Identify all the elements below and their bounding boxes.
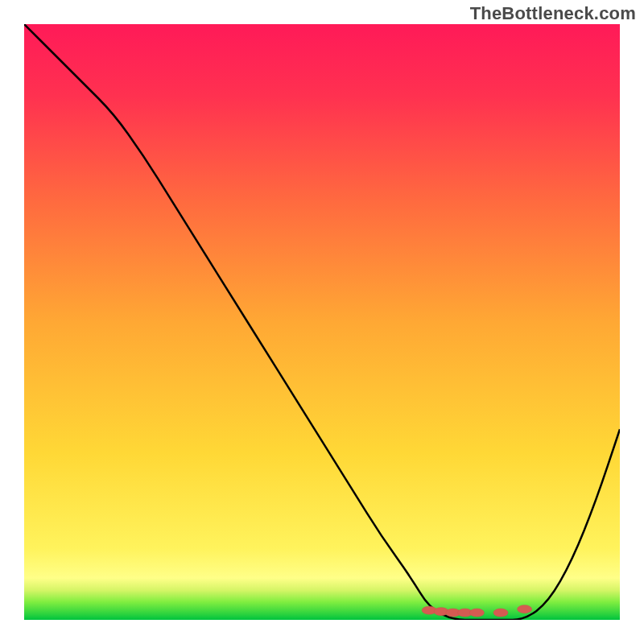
chart-svg	[24, 24, 620, 620]
watermark-text: TheBottleneck.com	[470, 3, 636, 24]
optimal-marker	[518, 605, 532, 613]
optimal-marker	[493, 609, 508, 617]
plot-area	[24, 24, 620, 620]
chart-container: TheBottleneck.com	[0, 0, 644, 644]
optimal-marker	[469, 609, 484, 617]
